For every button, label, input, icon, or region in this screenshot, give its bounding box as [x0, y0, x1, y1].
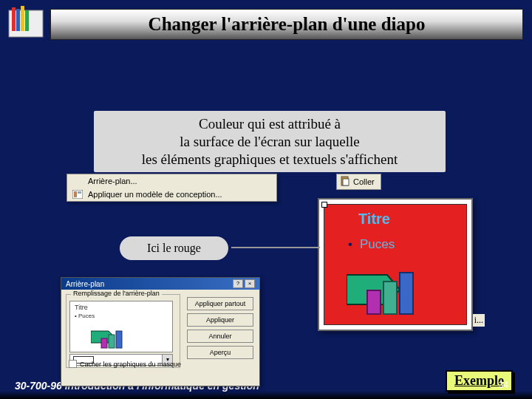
paste-label: Coller: [353, 177, 375, 186]
svg-rect-9: [343, 179, 349, 185]
chart-icon: [347, 264, 435, 316]
slide-bullet-text: Puces: [348, 237, 395, 252]
callout-connector: [231, 247, 320, 248]
svg-rect-3: [21, 6, 24, 31]
page-number: 34: [499, 380, 508, 390]
overflow-indicator: i...: [473, 314, 485, 327]
mini-bullet: • Puces: [75, 313, 168, 319]
fill-fieldset: Remplissage de l'arrière-plan Titre • Pu…: [66, 294, 180, 368]
page-title: Changer l'arrière-plan d'une diapo: [149, 14, 426, 35]
svg-rect-15: [101, 338, 107, 348]
svg-rect-17: [116, 331, 122, 348]
tooltip-line: les éléments graphiques et textuels s'af…: [101, 151, 438, 168]
mini-slide-preview: Titre • Puces: [69, 301, 173, 352]
slide-surface: Titre Puces: [324, 204, 467, 325]
svg-rect-16: [109, 335, 115, 348]
svg-rect-1: [12, 7, 16, 31]
slide-preview: Titre Puces i...: [318, 198, 473, 331]
blank-icon: [72, 176, 83, 186]
background-dialog: Arrière-plan ? × Remplissage de l'arrièr…: [61, 277, 260, 386]
resize-handle-icon[interactable]: [321, 202, 327, 208]
design-icon: [72, 189, 83, 200]
cancel-button[interactable]: Annuler: [187, 330, 253, 343]
svg-rect-2: [16, 9, 20, 31]
mini-chart-icon: [91, 327, 132, 349]
dialog-titlebar: Arrière-plan ? ×: [61, 278, 259, 290]
title-bar: Changer l'arrière-plan d'une diapo: [50, 9, 523, 40]
svg-rect-12: [383, 282, 397, 314]
paste-menu-item[interactable]: Coller: [336, 174, 381, 190]
svg-rect-13: [400, 273, 413, 314]
svg-rect-7: [78, 191, 81, 194]
checkbox-icon[interactable]: [69, 360, 77, 368]
menu-item-modele[interactable]: Appliquer un modèle de conception...: [67, 188, 276, 201]
fieldset-legend: Remplissage de l'arrière-plan: [71, 290, 162, 297]
svg-rect-4: [25, 10, 29, 31]
menu-label: Arrière-plan...: [88, 177, 137, 185]
menu-item-arriere-plan[interactable]: Arrière-plan...: [67, 174, 276, 188]
context-menu: Arrière-plan... Appliquer un modèle de c…: [66, 174, 277, 202]
menu-label: Appliquer un modèle de conception...: [88, 190, 222, 199]
logo-icon: [7, 4, 46, 40]
apply-all-button[interactable]: Appliquer partout: [187, 297, 253, 310]
tooltip-line: Couleur qui est attribué à: [101, 115, 438, 133]
apply-button[interactable]: Appliquer: [187, 313, 253, 327]
paste-icon: [340, 176, 350, 188]
preview-button[interactable]: Aperçu: [187, 346, 253, 359]
close-button[interactable]: ×: [245, 279, 255, 288]
definition-tooltip: Couleur qui est attribué à la surface de…: [92, 109, 447, 174]
dialog-title-text: Arrière-plan: [66, 280, 104, 288]
svg-rect-11: [367, 290, 381, 314]
callout-text: Ici le rouge: [147, 242, 201, 255]
slide-title-text: Titre: [358, 211, 390, 228]
svg-rect-6: [74, 191, 77, 197]
callout-bubble: Ici le rouge: [117, 233, 231, 263]
help-button[interactable]: ?: [233, 279, 243, 288]
checkbox-label: Cacher les graphiques du masque: [80, 361, 181, 368]
hide-graphics-checkbox[interactable]: Cacher les graphiques du masque: [69, 360, 181, 368]
tooltip-line: la surface de l'écran sur laquelle: [101, 133, 438, 151]
mini-title: Titre: [75, 304, 168, 311]
